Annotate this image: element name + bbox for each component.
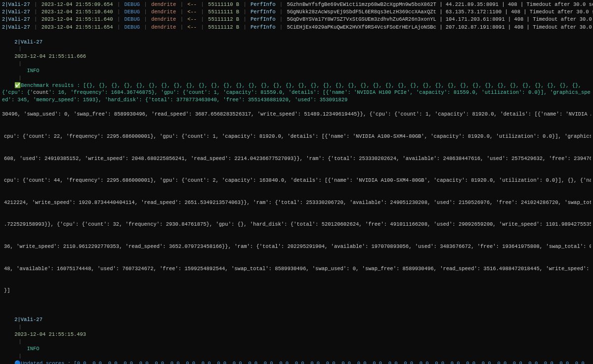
log-content: 30496, 'swap_used': 0, 'swap_free': 8589… (2, 111, 591, 117)
log-source: 2|Vali-27 (14, 317, 42, 323)
log-timestamp: 2023-12-04 21:55:11.666 (14, 53, 86, 59)
log-component: dendrite (151, 16, 176, 22)
log-content-cont: ': 16, 'frequency': 1684.36746875}, 'gpu… (2, 89, 591, 103)
log-continuation: .722529158993}}, {'cpu': {'count': 32, '… (2, 221, 591, 228)
log-timestamp: 2023-12-04 21:55:11.654 (42, 24, 113, 30)
log-content: }] (4, 287, 10, 293)
log-line: 2|Vali-27 | 2023-12-04 21:55:10.640 | DE… (0, 8, 593, 16)
log-msgid: 55111112 B (208, 16, 239, 22)
log-msgtype: PerfInfo (251, 24, 275, 30)
log-continuation: 4212224, 'write_speed': 1920.87344404041… (2, 199, 591, 206)
log-content: cpu': {'count': 44, 'frequency': 2295.68… (4, 177, 591, 183)
log-line-benchmark: 2|Vali-27 | 2023-12-04 21:55:11.666 | IN… (0, 31, 593, 309)
log-content: 608, 'used': 24910385152, 'write_speed':… (4, 156, 591, 162)
log-content: 5GgNUkk28zAcWspvEj9SbdF5L6ER8qs3eLzH369c… (287, 9, 593, 15)
log-content: count (33, 89, 49, 95)
log-line: 2|Vali-27 | 2023-12-04 21:55:11.640 | DE… (0, 16, 593, 23)
log-source: 2|Vali-27 (2, 24, 30, 30)
log-level: DEBUG (125, 1, 143, 7)
log-msgtype: PerfInfo (251, 1, 275, 7)
log-level: DEBUG (125, 9, 143, 15)
log-continuation: 48, 'available': 16075174448, 'used': 76… (2, 265, 591, 273)
log-line: 2|Vali-27 | 2023-12-04 21:55:11.654 | DE… (0, 24, 593, 31)
log-component: dendrite (151, 1, 176, 7)
log-content: cpu': {'count': 22, 'frequency': 2295.68… (4, 133, 591, 139)
log-level: DEBUG (125, 24, 143, 30)
log-msgid: 55111110 B (208, 1, 239, 7)
log-timestamp: 2023-12-04 21:55:15.493 (14, 331, 86, 337)
log-arrow: <-- (187, 1, 197, 7)
log-continuation: cpu': {'count': 22, 'frequency': 2295.68… (2, 133, 591, 140)
log-level: DEBUG (125, 16, 143, 22)
log-continuation: }] (2, 287, 591, 294)
log-timestamp: 2023-12-04 21:55:11.640 (42, 16, 113, 22)
log-component: dendrite (151, 24, 176, 30)
log-arrow: <-- (187, 24, 197, 30)
log-component: dendrite (151, 9, 176, 15)
log-source: 2|Vali-27 (2, 9, 30, 15)
log-container: 2|Vali-27 | 2023-12-04 21:55:09.654 | DE… (0, 0, 593, 364)
log-content: .722529158993}}, {'cpu': {'count': 32, '… (4, 221, 591, 227)
log-source: 2|Vali-27 (14, 39, 42, 45)
log-msgid: 55111111 B (208, 9, 239, 15)
log-content: 5GzhnBwYfsfgBe69vEW1cti1mzp68wB2cXgpMn9w… (287, 1, 593, 7)
log-continuation: 30496, 'swap_used': 0, 'swap_free': 8589… (2, 111, 591, 118)
log-msgtype: PerfInfo (251, 16, 275, 22)
log-arrow: <-- (187, 9, 197, 15)
log-content: 5CiEHjEx4929aPKuQwEK2HVXf9RS4VcsFSoErHEr… (287, 24, 593, 30)
log-line-updated: 2|Vali-27 | 2023-12-04 21:55:15.493 | IN… (0, 309, 593, 364)
log-level: INFO (14, 68, 52, 74)
log-content: 48, 'available': 16075174448, 'used': 76… (4, 266, 591, 272)
log-content: 4212224, 'write_speed': 1920.87344404041… (4, 200, 591, 205)
log-line: 2|Vali-27 | 2023-12-04 21:55:09.654 | DE… (0, 1, 593, 8)
log-continuation: 608, 'used': 24910385152, 'write_speed':… (2, 155, 591, 162)
log-msgtype: PerfInfo (251, 9, 275, 15)
log-content: 5GqDvBYSVa17Y8W7SZ7VxStGSUEm3zdhvhZu6AR2… (287, 16, 593, 22)
log-msgid: 55111112 B (208, 24, 239, 30)
log-source: 2|Vali-27 (2, 1, 30, 7)
log-source: 2|Vali-27 (2, 16, 30, 22)
log-arrow: <-- (187, 16, 197, 22)
log-continuation: 36, 'write_speed': 2110.9612292770353, '… (2, 243, 591, 250)
log-content: 36, 'write_speed': 2110.9612292770353, '… (4, 243, 591, 249)
log-level: INFO (14, 346, 52, 352)
log-timestamp: 2023-12-04 21:55:10.640 (42, 9, 113, 15)
updated-icon: 🔵Updated scores : [0.0, 0.0, 0.0, 0.0, 0… (2, 361, 593, 364)
log-timestamp: 2023-12-04 21:55:09.654 (42, 1, 113, 7)
log-continuation: cpu': {'count': 44, 'frequency': 2295.68… (2, 177, 591, 184)
